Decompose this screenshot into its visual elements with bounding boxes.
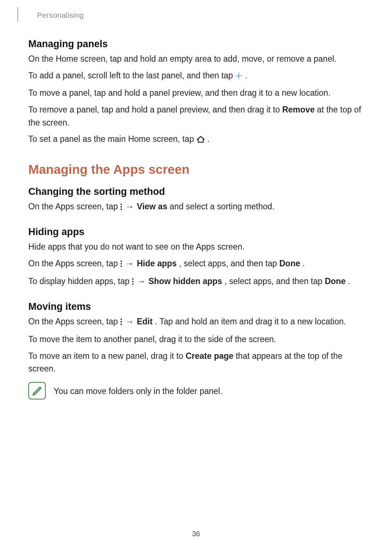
text-fragment: To remove a panel, tap and hold a panel … [28,105,282,114]
bold-hide-apps: Hide apps [137,259,177,268]
text-fragment: On the Apps screen, tap [28,202,120,211]
header-section-label: Personalising [37,11,84,20]
para-sorting: On the Apps screen, tap → View as and se… [28,200,364,214]
note-text: You can move folders only in the folder … [54,382,222,398]
text-fragment: , select apps, and then tap [179,259,279,268]
arrow-icon: → [125,315,135,328]
bold-view-as: View as [137,202,167,211]
heading-hiding-apps: Hiding apps [28,226,364,238]
note-row: You can move folders only in the folder … [28,382,364,399]
arrow-icon: → [136,275,146,288]
heading-managing-panels: Managing panels [28,38,364,50]
svg-point-3 [121,206,122,208]
para-panels-intro: On the Home screen, tap and hold an empt… [28,53,364,66]
svg-point-7 [121,266,122,267]
bold-done: Done [325,276,346,286]
svg-point-8 [132,278,134,280]
text-fragment: To add a panel, scroll left to the last … [28,71,235,80]
svg-point-6 [121,263,122,264]
text-fragment: . [302,259,305,268]
svg-point-2 [121,204,122,205]
text-fragment: . Tap and hold an item and drag it to a … [155,317,346,326]
svg-point-4 [121,209,122,210]
bold-remove: Remove [282,105,314,114]
para-hiding-intro: Hide apps that you do not want to see on… [28,241,364,254]
bold-show-hidden-apps: Show hidden apps [148,276,222,286]
para-hiding-hide: On the Apps screen, tap → Hide apps , se… [28,257,364,271]
header-divider [17,7,18,22]
home-icon [196,134,205,147]
para-panels-set-main: To set a panel as the main Home screen, … [28,133,364,147]
heading-moving-items: Moving items [28,301,364,312]
more-options-icon [120,201,122,214]
bold-create-page: Create page [185,351,233,361]
para-panels-add: To add a panel, scroll left to the last … [28,69,364,83]
text-fragment: To display hidden apps, tap [28,276,132,286]
svg-point-11 [121,319,122,320]
page-number: 36 [0,530,392,538]
svg-point-9 [132,281,134,282]
text-fragment: On the Apps screen, tap [28,317,120,326]
text-fragment: On the Apps screen, tap [28,259,120,268]
svg-point-10 [132,283,134,285]
page-content: Managing panels On the Home screen, tap … [28,38,364,399]
svg-point-12 [121,321,122,323]
text-fragment: To set a panel as the main Home screen, … [28,134,196,144]
para-panels-remove: To remove a panel, tap and hold a panel … [28,103,364,129]
para-panels-move: To move a panel, tap and hold a panel pr… [28,87,364,100]
plus-icon [235,70,242,83]
para-moving-side: To move the item to another panel, drag … [28,333,364,346]
para-moving-create-page: To move an item to a new panel, drag it … [28,350,364,376]
text-fragment: To move an item to a new panel, drag it … [28,351,185,361]
bold-done: Done [279,259,300,268]
more-options-icon [120,258,122,271]
text-fragment: . [207,134,209,144]
note-icon [28,382,46,399]
svg-point-5 [121,260,122,262]
more-options-icon [120,316,122,329]
text-fragment: . [348,276,350,286]
para-moving-edit: On the Apps screen, tap → Edit . Tap and… [28,315,364,329]
heading-managing-apps-screen: Managing the Apps screen [28,162,364,177]
arrow-icon: → [125,257,135,270]
bold-edit: Edit [137,317,152,326]
heading-sorting-method: Changing the sorting method [28,186,364,197]
svg-point-13 [121,324,122,325]
text-fragment: and select a sorting method. [170,202,274,211]
para-hiding-show: To display hidden apps, tap → Show hidde… [28,275,364,289]
more-options-icon [132,276,134,289]
text-fragment: , select apps, and then tap [225,276,325,286]
text-fragment: . [245,71,247,80]
arrow-icon: → [125,200,135,213]
